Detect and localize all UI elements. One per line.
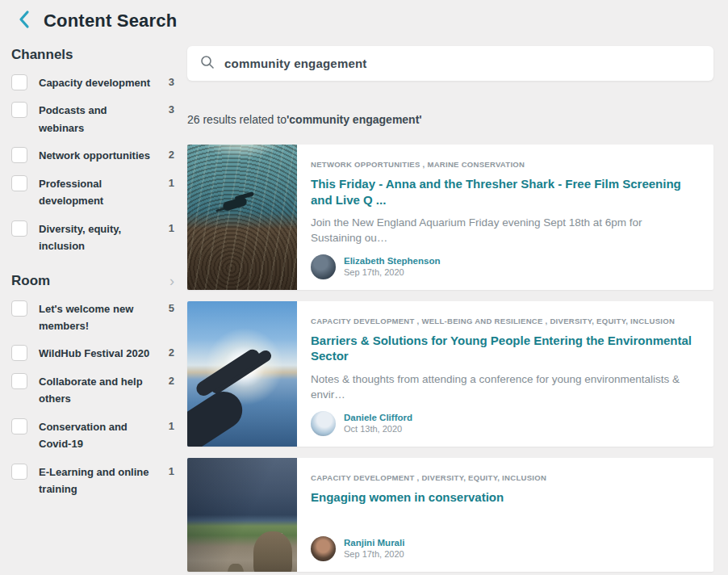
filter-label: Let's welcome new members! — [39, 300, 152, 335]
checkbox[interactable] — [11, 102, 27, 118]
checkbox[interactable] — [11, 300, 27, 317]
author-avatar[interactable] — [311, 254, 336, 279]
filter-label: Conservation and Covid-19 — [39, 418, 152, 453]
filter-label: Professional development — [39, 175, 152, 210]
filter-count: 2 — [169, 373, 174, 390]
filter-label: Capacity development — [39, 74, 152, 91]
search-icon — [200, 55, 215, 73]
filter-label: Collaborate and help others — [39, 373, 152, 408]
result-date: Sep 17th, 2020 — [344, 549, 404, 559]
filter-channel-podcasts-webinars[interactable]: Podcasts and webinars 3 — [11, 102, 179, 136]
filter-channel-diversity-equity-inclusion[interactable]: Diversity, equity, inclusion 1 — [11, 220, 179, 255]
filter-room-wildhub-festival-2020[interactable]: WildHub Festival 2020 2 — [11, 345, 179, 362]
channels-heading: Channels — [11, 47, 179, 63]
page-header: Content Search — [0, 0, 728, 33]
back-button[interactable] — [16, 8, 32, 33]
filter-label: Diversity, equity, inclusion — [39, 220, 152, 255]
search-bar[interactable] — [187, 46, 713, 81]
result-title-link[interactable]: This Friday - Anna and the Thresher Shar… — [311, 176, 694, 208]
result-excerpt: Join the New England Aquarium Friday eve… — [311, 216, 694, 246]
result-card[interactable]: CAPACITY DEVELOPMENT , DIVERSITY, EQUITY… — [187, 458, 713, 572]
author-name[interactable]: Ranjini Murali — [344, 538, 404, 548]
filter-count: 3 — [169, 102, 174, 119]
result-card[interactable]: CAPACITY DEVELOPMENT , WELL-BEING AND RE… — [187, 301, 713, 447]
filter-count: 1 — [169, 175, 174, 192]
checkbox[interactable] — [11, 74, 27, 90]
room-heading[interactable]: Room › — [11, 273, 179, 289]
result-author-row: Ranjini Murali Sep 17th, 2020 — [311, 528, 694, 561]
result-categories: CAPACITY DEVELOPMENT , DIVERSITY, EQUITY… — [311, 473, 694, 482]
author-avatar[interactable] — [311, 411, 336, 436]
checkbox[interactable] — [11, 220, 27, 237]
result-thumbnail-mountain-cairn — [187, 458, 297, 572]
author-avatar[interactable] — [311, 536, 336, 561]
filter-label: E-Learning and online training — [39, 464, 152, 498]
filter-count: 1 — [169, 418, 174, 435]
result-card[interactable]: NETWORK OPPORTUNITIES , MARINE CONSERVAT… — [187, 145, 713, 290]
filter-room-elearning-online-training[interactable]: E-Learning and online training 1 — [11, 464, 179, 498]
result-thumbnail-hand-sunset — [187, 301, 297, 447]
result-title-link[interactable]: Engaging women in conservation — [311, 489, 694, 506]
result-date: Sep 17th, 2020 — [344, 267, 441, 277]
checkbox[interactable] — [11, 175, 27, 191]
filter-label: Network opportunities — [39, 147, 152, 164]
result-categories: NETWORK OPPORTUNITIES , MARINE CONSERVAT… — [311, 160, 694, 169]
filter-count: 1 — [169, 220, 174, 237]
result-excerpt: Notes & thoughts from attending a confer… — [311, 372, 694, 403]
checkbox[interactable] — [11, 418, 27, 434]
filter-room-welcome-new-members[interactable]: Let's welcome new members! 5 — [11, 300, 179, 335]
filter-count: 3 — [169, 74, 174, 91]
result-categories: CAPACITY DEVELOPMENT , WELL-BEING AND RE… — [311, 317, 694, 325]
checkbox[interactable] — [11, 147, 27, 163]
result-author-row: Elizabeth Stephenson Sep 17th, 2020 — [311, 246, 694, 279]
result-author-row: Daniele Clifford Oct 13th, 2020 — [311, 403, 694, 436]
checkbox[interactable] — [11, 464, 27, 480]
filter-count: 1 — [169, 464, 174, 481]
author-name[interactable]: Elizabeth Stephenson — [344, 256, 441, 266]
checkbox[interactable] — [11, 373, 27, 389]
result-thumbnail-underwater-diver — [187, 145, 297, 290]
filters-sidebar: Channels Capacity development 3 Podcasts… — [11, 42, 179, 508]
checkbox[interactable] — [11, 345, 27, 361]
filter-label: Podcasts and webinars — [39, 102, 152, 136]
result-date: Oct 13th, 2020 — [344, 424, 412, 434]
chevron-right-icon: › — [169, 274, 174, 288]
result-title-link[interactable]: Barriers & Solutions for Young People En… — [311, 333, 694, 364]
filter-count: 2 — [169, 345, 174, 362]
search-results-panel: 26 results related to'community engageme… — [187, 46, 713, 575]
filter-room-collaborate-help-others[interactable]: Collaborate and help others 2 — [11, 373, 179, 408]
filter-channel-professional-development[interactable]: Professional development 1 — [11, 175, 179, 210]
filter-count: 2 — [169, 147, 174, 164]
search-input[interactable] — [224, 57, 701, 70]
filter-channel-capacity-development[interactable]: Capacity development 3 — [11, 74, 179, 91]
results-list: NETWORK OPPORTUNITIES , MARINE CONSERVAT… — [187, 145, 713, 575]
results-count-text: 26 results related to'community engageme… — [187, 113, 713, 126]
page-title: Content Search — [44, 10, 177, 31]
filter-label: WildHub Festival 2020 — [39, 345, 152, 362]
back-chevron-icon — [18, 10, 31, 31]
filter-room-conservation-covid-19[interactable]: Conservation and Covid-19 1 — [11, 418, 179, 453]
filter-count: 5 — [169, 300, 174, 317]
author-name[interactable]: Daniele Clifford — [344, 413, 412, 422]
filter-channel-network-opportunities[interactable]: Network opportunities 2 — [11, 147, 179, 164]
